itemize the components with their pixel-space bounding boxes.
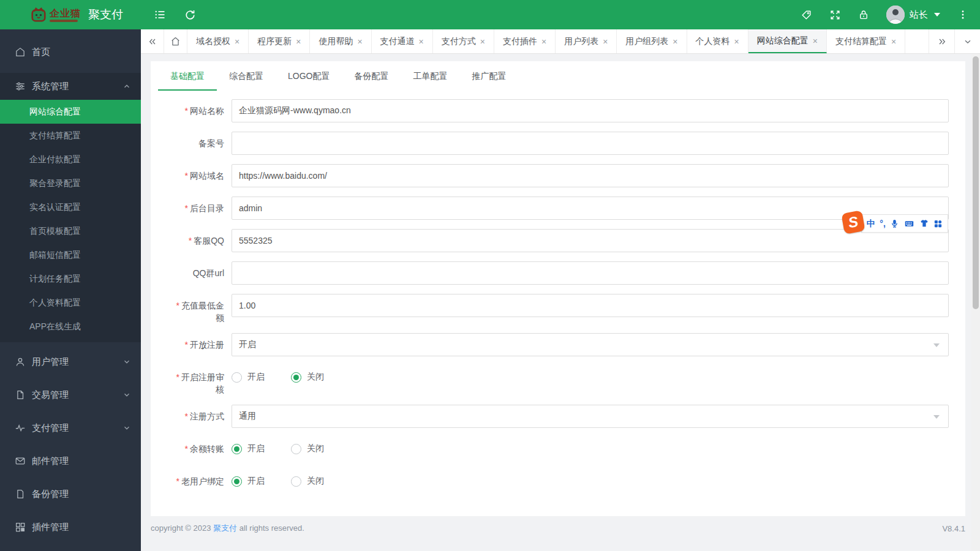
tabs-menu-button[interactable] xyxy=(954,29,980,53)
tab-user-group-list[interactable]: 用户组列表× xyxy=(617,29,687,53)
tab-pay-method[interactable]: 支付方式× xyxy=(433,29,494,53)
tab-close-icon[interactable]: × xyxy=(673,37,677,46)
refresh-button[interactable] xyxy=(184,9,196,21)
double-chevron-right-icon xyxy=(937,37,947,47)
sogou-logo-icon[interactable]: S xyxy=(841,210,865,234)
tab-logo-config[interactable]: LOGO配置 xyxy=(276,61,342,91)
tab-pay-settle-config[interactable]: 支付结算配置× xyxy=(827,29,905,53)
sidebar-subitem-site-config[interactable]: 网站综合配置 xyxy=(0,100,141,124)
form-row: 备案号 xyxy=(151,132,965,155)
site-name-input[interactable] xyxy=(232,99,949,122)
sidebar-item-pay-mgmt[interactable]: 支付管理 xyxy=(0,416,141,440)
qiyemao-cat-logo-icon xyxy=(31,7,47,23)
home-icon xyxy=(15,47,26,58)
register-mode-select[interactable]: 通用 xyxy=(232,405,949,428)
tabs-scroll-right-button[interactable] xyxy=(929,29,954,53)
sidebar-item-trade-mgmt[interactable]: 交易管理 xyxy=(0,383,141,407)
fullscreen-button[interactable] xyxy=(829,9,841,21)
sidebar-subitem-home-template-config[interactable]: 首页模板配置 xyxy=(0,219,141,243)
tab-close-icon[interactable]: × xyxy=(603,37,608,46)
tab-user-list[interactable]: 用户列表× xyxy=(556,29,617,53)
tabs-scroll-left-button[interactable] xyxy=(141,29,164,53)
radio-option-off[interactable]: 关闭 xyxy=(291,476,324,487)
sidebar-subitem-app-generate[interactable]: APP在线生成 xyxy=(0,315,141,339)
sidebar-item-home[interactable]: 首页 xyxy=(0,40,141,64)
field-label: *老用户绑定 xyxy=(176,470,224,487)
ime-punctuation-icon[interactable]: °, xyxy=(880,219,886,228)
sidebar-item-user-mgmt[interactable]: 用户管理 xyxy=(0,350,141,374)
radio-option-on[interactable]: 开启 xyxy=(232,476,265,487)
sidebar-item-plugin-mgmt[interactable]: 插件管理 xyxy=(0,515,141,539)
form-row: *充值最低金额 xyxy=(151,294,965,324)
sidebar-subitem-agg-login-config[interactable]: 聚合登录配置 xyxy=(0,171,141,195)
tab-help[interactable]: 使用帮助× xyxy=(310,29,371,53)
sidebar-subitem-cron-config[interactable]: 计划任务配置 xyxy=(0,267,141,291)
admin-dir-input[interactable] xyxy=(232,197,949,220)
open-register-select[interactable]: 开启 xyxy=(232,333,949,356)
sidebar-subitem-profile-config[interactable]: 个人资料配置 xyxy=(0,291,141,315)
avatar xyxy=(886,6,905,24)
qq-group-url-input[interactable] xyxy=(232,261,949,285)
site-domain-input[interactable] xyxy=(232,164,949,187)
sidebar-subitem-realname-config[interactable]: 实名认证配置 xyxy=(0,195,141,219)
tab-program-update[interactable]: 程序更新× xyxy=(249,29,310,53)
tab-basic-config[interactable]: 基础配置 xyxy=(158,61,217,91)
tab-close-icon[interactable]: × xyxy=(419,37,424,46)
sidebar-item-label: 系统管理 xyxy=(32,81,69,92)
field-label: *开启注册审核 xyxy=(175,365,224,395)
ime-toolbox-icon[interactable] xyxy=(933,219,943,228)
tab-close-icon[interactable]: × xyxy=(734,37,739,46)
tab-general-config[interactable]: 综合配置 xyxy=(217,61,276,91)
service-qq-input[interactable] xyxy=(232,229,949,252)
sidebar-subitem-company-pay-config[interactable]: 企业付款配置 xyxy=(0,148,141,171)
radio-option-on[interactable]: 开启 xyxy=(232,372,265,383)
tab-promotion-config[interactable]: 推广配置 xyxy=(459,61,518,91)
min-recharge-input[interactable] xyxy=(232,294,949,317)
tab-close-icon[interactable]: × xyxy=(813,37,818,45)
ime-chinese-mode-icon[interactable]: 中 xyxy=(867,219,875,228)
sidebar-item-label: 备份管理 xyxy=(32,489,69,500)
tab-pay-channel[interactable]: 支付通道× xyxy=(372,29,433,53)
ime-keyboard-icon[interactable] xyxy=(904,219,914,229)
tab-home-button[interactable] xyxy=(164,29,187,53)
scrollbar-thumb[interactable] xyxy=(973,56,979,309)
sidebar-collapse-button[interactable] xyxy=(154,9,166,21)
tab-backup-config[interactable]: 备份配置 xyxy=(342,61,401,91)
sidebar-subitem-pay-settle-config[interactable]: 支付结算配置 xyxy=(0,124,141,148)
radio-option-off[interactable]: 关闭 xyxy=(291,443,324,454)
ime-microphone-icon[interactable] xyxy=(890,219,899,228)
tag-button[interactable] xyxy=(800,9,812,21)
tab-profile[interactable]: 个人资料× xyxy=(687,29,748,53)
radio-option-off[interactable]: 关闭 xyxy=(291,372,324,383)
field-label: QQ群url xyxy=(193,261,224,279)
icp-number-input[interactable] xyxy=(232,132,949,155)
lock-screen-button[interactable] xyxy=(858,9,870,21)
form-row: *余额转账 开启 关闭 xyxy=(151,437,965,460)
header-left-buttons xyxy=(154,9,196,21)
menu-toggle-icon xyxy=(154,9,166,21)
tab-workorder-config[interactable]: 工单配置 xyxy=(401,61,459,91)
sidebar-item-label: 首页 xyxy=(32,47,50,58)
tab-pay-plugin[interactable]: 支付插件× xyxy=(494,29,556,53)
home-icon xyxy=(170,36,181,47)
sidebar-item-label: 交易管理 xyxy=(32,389,69,401)
tab-close-icon[interactable]: × xyxy=(357,37,362,46)
tab-domain-auth[interactable]: 域名授权× xyxy=(187,29,249,53)
sidebar-item-system[interactable]: 系统管理 xyxy=(0,73,141,100)
field-label: *网站名称 xyxy=(185,99,224,117)
tab-close-icon[interactable]: × xyxy=(541,37,546,46)
tab-close-icon[interactable]: × xyxy=(891,37,896,46)
tab-site-config-active[interactable]: 网站综合配置× xyxy=(748,29,827,53)
sidebar: 首页 系统管理 网站综合配置 支付结算配置 企业付款配置 聚合登录配置 xyxy=(0,29,141,551)
sidebar-subitem-mail-sms-config[interactable]: 邮箱短信配置 xyxy=(0,243,141,267)
tab-close-icon[interactable]: × xyxy=(235,37,239,46)
sidebar-item-backup-mgmt[interactable]: 备份管理 xyxy=(0,482,141,506)
footer-brand-link[interactable]: 聚支付 xyxy=(213,523,237,533)
user-menu[interactable]: 站长 xyxy=(886,6,940,24)
tab-close-icon[interactable]: × xyxy=(480,37,485,46)
more-menu-button[interactable] xyxy=(957,9,969,21)
sidebar-item-mail-mgmt[interactable]: 邮件管理 xyxy=(0,449,141,473)
ime-skin-icon[interactable] xyxy=(919,219,929,228)
tab-close-icon[interactable]: × xyxy=(296,37,301,46)
radio-option-on[interactable]: 开启 xyxy=(232,443,265,454)
